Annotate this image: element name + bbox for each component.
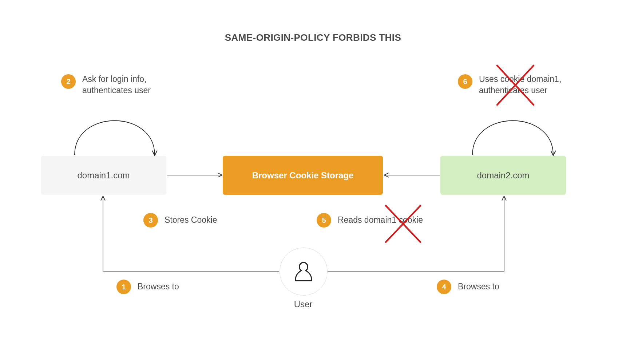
step-1-text: Browses to (138, 281, 179, 292)
step-5-badge: 5 (317, 213, 331, 228)
step-3-badge: 3 (143, 213, 158, 228)
arrow-user-to-domain2 (328, 197, 504, 271)
arrow-user-to-domain1 (103, 197, 279, 271)
user-node (280, 248, 328, 296)
step-1: 1 Browses to (116, 280, 179, 294)
diagram-canvas: SAME-ORIGIN-POLICY FORBIDS THIS domain1.… (0, 0, 626, 364)
diagram-title: SAME-ORIGIN-POLICY FORBIDS THIS (0, 32, 626, 43)
self-loop-domain2 (472, 121, 553, 155)
step-5-text: Reads domain1 cookie (338, 214, 423, 226)
domain2-box: domain2.com (440, 156, 566, 195)
cookie-storage-box: Browser Cookie Storage (223, 156, 383, 195)
step-3: 3 Stores Cookie (143, 213, 217, 228)
step-2-badge: 2 (61, 74, 76, 89)
step-6-text: Uses cookie domain1, authenticates user (479, 74, 561, 96)
self-loop-domain1 (75, 121, 155, 155)
step-3-text: Stores Cookie (165, 214, 217, 226)
person-icon (294, 261, 313, 282)
step-4-text: Browses to (458, 281, 499, 292)
step-2: 2 Ask for login info, authenticates user (61, 74, 151, 96)
step-4: 4 Browses to (437, 280, 499, 294)
step-2-text: Ask for login info, authenticates user (82, 74, 151, 96)
step-4-badge: 4 (437, 280, 451, 294)
domain1-box: domain1.com (41, 156, 166, 195)
user-label: User (280, 299, 327, 309)
step-5: 5 Reads domain1 cookie (317, 213, 423, 228)
step-6: 6 Uses cookie domain1, authenticates use… (458, 74, 561, 96)
cookie-storage-label: Browser Cookie Storage (252, 170, 354, 181)
domain1-label: domain1.com (77, 170, 130, 181)
step-1-badge: 1 (116, 280, 131, 294)
step-6-badge: 6 (458, 74, 472, 89)
domain2-label: domain2.com (477, 170, 529, 181)
